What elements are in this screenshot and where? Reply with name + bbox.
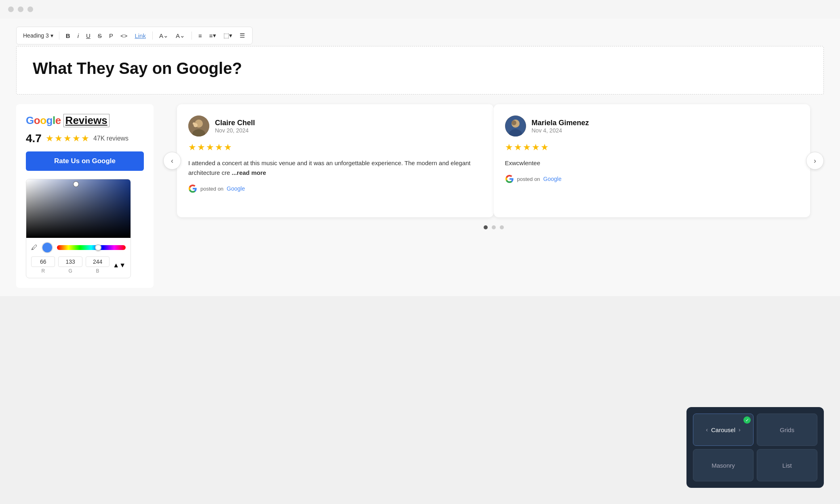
carousel-prev-button[interactable]: ‹ bbox=[163, 152, 181, 170]
star-2: ★ bbox=[55, 133, 63, 144]
r-input[interactable] bbox=[31, 256, 55, 267]
font-color-label: A bbox=[176, 32, 180, 39]
font-color-button[interactable]: A ⌄ bbox=[173, 30, 187, 41]
color-picker: 🖊 R G bbox=[26, 179, 131, 278]
font-size-button[interactable]: A ⌄ bbox=[157, 30, 171, 41]
font-size-label: A bbox=[159, 32, 163, 39]
reviewer-header-1: Claire Chell Nov 20, 2024 bbox=[188, 116, 482, 136]
align-options-button[interactable]: ≡ ▾ bbox=[207, 30, 219, 41]
heading-label: Heading 3 bbox=[23, 32, 49, 39]
rgb-inputs: R G B ▲▼ bbox=[31, 256, 126, 274]
r-label: R bbox=[41, 268, 45, 274]
review-text-1: I attended a concert at this music venue… bbox=[188, 158, 482, 178]
carousel-dot-3[interactable] bbox=[500, 225, 504, 229]
hue-slider[interactable] bbox=[57, 245, 126, 250]
strikethrough-button[interactable]: S bbox=[95, 31, 104, 41]
hue-thumb bbox=[95, 244, 101, 251]
read-more-1[interactable]: ...read more bbox=[232, 169, 266, 176]
review-stars-2: ★ ★ ★ ★ ★ bbox=[505, 142, 799, 153]
toolbar-divider-2 bbox=[152, 32, 153, 40]
reviewer-name-2: Mariela Gimenez bbox=[532, 119, 589, 127]
chevron-down-icon-5: ▾ bbox=[229, 32, 232, 39]
masonry-label: Masonry bbox=[712, 462, 735, 469]
carousel-next-button[interactable]: › bbox=[806, 152, 824, 170]
editor-heading: What They Say on Google? bbox=[33, 59, 807, 78]
list-label: List bbox=[782, 462, 792, 469]
layout-option-list[interactable]: List bbox=[757, 449, 817, 481]
star-3: ★ bbox=[63, 133, 72, 144]
toolbar-divider-3 bbox=[192, 32, 192, 40]
google-widget: Google Reviews 4.7 ★ ★ ★ ★ ★ 47K reviews… bbox=[16, 104, 154, 288]
paragraph-button[interactable]: P bbox=[107, 31, 116, 41]
layout-picker: ✓ ‹ Carousel › Grids Masonry List bbox=[686, 407, 824, 488]
active-checkmark: ✓ bbox=[743, 416, 751, 424]
review-date-2: Nov 4, 2024 bbox=[532, 127, 589, 134]
editor-area[interactable]: What They Say on Google? bbox=[16, 46, 824, 94]
google-icon-1 bbox=[188, 184, 197, 193]
review-card-1: Claire Chell Nov 20, 2024 ★ ★ ★ ★ ★ I at… bbox=[177, 104, 494, 217]
main-area: Heading 3 ▾ B i U S P <> Link A ⌄ A ⌄ ≡ … bbox=[0, 19, 840, 296]
google-text: Google bbox=[26, 114, 61, 127]
stars: ★ ★ ★ ★ ★ bbox=[46, 133, 89, 144]
reviews-content-area: ‹ bbox=[163, 104, 824, 229]
reviews-label: Reviews bbox=[63, 114, 109, 127]
b-input-group: B bbox=[86, 256, 109, 274]
carousel-dot-1[interactable] bbox=[484, 225, 488, 229]
eyedropper-button[interactable]: 🖊 bbox=[31, 244, 38, 251]
reviews-count: 47K reviews bbox=[93, 135, 128, 142]
posted-on-1: posted on Google bbox=[188, 184, 482, 193]
layout-picker-grid: ✓ ‹ Carousel › Grids Masonry List bbox=[693, 414, 817, 481]
window-chrome bbox=[0, 0, 840, 19]
layout-option-grids[interactable]: Grids bbox=[757, 414, 817, 446]
star-5: ★ bbox=[81, 133, 89, 144]
heading-select[interactable]: Heading 3 ▾ bbox=[21, 32, 55, 40]
color-picker-controls: 🖊 R G bbox=[26, 238, 131, 278]
reviews-cards-row: ‹ bbox=[163, 104, 824, 217]
layout-option-carousel[interactable]: ✓ ‹ Carousel › bbox=[693, 414, 754, 446]
layout-option-masonry[interactable]: Masonry bbox=[693, 449, 754, 481]
carousel-dot-2[interactable] bbox=[492, 225, 496, 229]
g-input[interactable] bbox=[58, 256, 82, 267]
traffic-light-minimize[interactable] bbox=[18, 6, 23, 12]
underline-button[interactable]: U bbox=[84, 31, 93, 41]
b-input[interactable] bbox=[86, 256, 109, 267]
italic-button[interactable]: i bbox=[75, 31, 81, 41]
rgb-arrows[interactable]: ▲▼ bbox=[113, 256, 126, 274]
chevron-down-icon-3: ⌄ bbox=[180, 32, 185, 39]
link-button[interactable]: Link bbox=[132, 31, 148, 41]
carousel-left-arrow: ‹ bbox=[706, 426, 708, 433]
posted-on-text-1: posted on bbox=[200, 186, 223, 192]
posted-on-2: posted on Google bbox=[505, 174, 799, 183]
color-gradient[interactable] bbox=[26, 179, 131, 238]
bold-button[interactable]: B bbox=[63, 31, 73, 41]
carousel-label: Carousel bbox=[711, 426, 735, 433]
reviews-section: Google Reviews 4.7 ★ ★ ★ ★ ★ 47K reviews… bbox=[16, 104, 824, 288]
color-picker-row1: 🖊 bbox=[31, 242, 126, 253]
chevron-down-icon-4: ▾ bbox=[213, 32, 216, 39]
svg-point-8 bbox=[512, 120, 516, 125]
posted-on-text-2: posted on bbox=[517, 176, 540, 182]
rate-us-button[interactable]: Rate Us on Google bbox=[26, 151, 144, 171]
traffic-light-close[interactable] bbox=[8, 6, 14, 12]
traffic-light-maximize[interactable] bbox=[27, 6, 33, 12]
line-height-button[interactable]: ☰ bbox=[237, 30, 247, 41]
chevron-down-icon: ▾ bbox=[51, 32, 53, 39]
google-link-1[interactable]: Google bbox=[227, 185, 245, 192]
code-button[interactable]: <> bbox=[118, 31, 130, 41]
google-link-2[interactable]: Google bbox=[543, 176, 562, 182]
toolbar-divider-1 bbox=[59, 32, 59, 40]
align-button[interactable]: ≡ bbox=[196, 31, 204, 41]
b-label: B bbox=[96, 268, 99, 274]
r-input-group: R bbox=[31, 256, 55, 274]
toolbar: Heading 3 ▾ B i U S P <> Link A ⌄ A ⌄ ≡ … bbox=[16, 27, 253, 44]
star-1: ★ bbox=[46, 133, 54, 144]
reviewer-name-1: Claire Chell bbox=[215, 119, 255, 127]
color-picker-dot bbox=[74, 182, 78, 187]
star-4: ★ bbox=[72, 133, 80, 144]
google-icon-2 bbox=[505, 174, 514, 183]
border-button[interactable]: ⬚ ▾ bbox=[221, 30, 235, 41]
grids-label: Grids bbox=[780, 426, 794, 433]
review-stars-1: ★ ★ ★ ★ ★ bbox=[188, 142, 482, 153]
color-swatch bbox=[42, 242, 53, 253]
carousel-dots bbox=[163, 225, 824, 229]
